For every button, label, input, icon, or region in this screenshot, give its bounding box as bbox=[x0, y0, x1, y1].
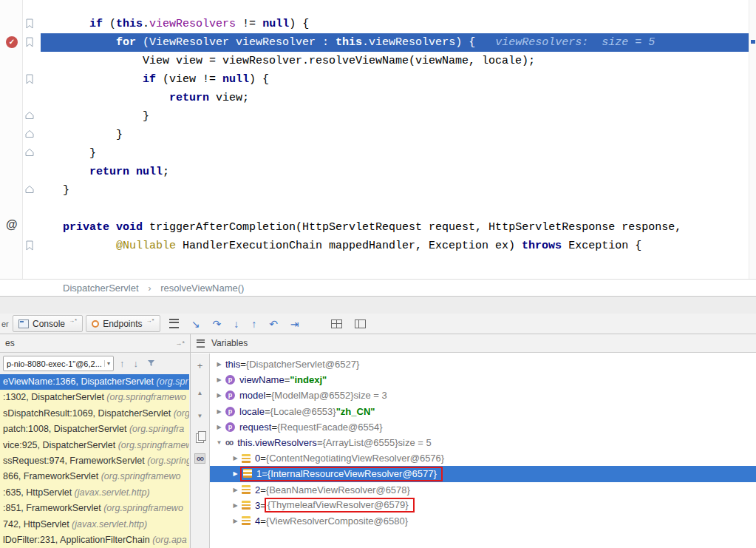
code-line[interactable]: } bbox=[41, 144, 749, 163]
code-line[interactable]: View view = viewResolver.resolveViewName… bbox=[41, 52, 749, 70]
code-lines[interactable]: if (this.viewResolvers != null) { for (V… bbox=[41, 15, 749, 255]
layout-columns-icon[interactable] bbox=[355, 319, 366, 328]
code-line[interactable]: if (this.viewResolvers != null) { bbox=[41, 15, 749, 33]
fold-marker-icon[interactable] bbox=[25, 111, 35, 121]
tab-console[interactable]: Console →* bbox=[13, 315, 83, 332]
code-token: . bbox=[143, 18, 149, 30]
up-the-stack-icon[interactable]: ↑ bbox=[120, 358, 125, 369]
stack-frame-item[interactable]: :1302, DispatcherServlet (org.springfram… bbox=[0, 390, 189, 405]
variables-tree[interactable]: ▶this = {DispatcherServlet@6527}▶pviewNa… bbox=[210, 354, 756, 548]
frame-package: (org.springframew bbox=[118, 440, 189, 450]
frames-panel: es →* p-nio-8080-exec-1"@6,2... ▾ ↑↓ eVi… bbox=[0, 334, 191, 548]
variable-row[interactable]: ▶3 = {ThymeleafViewResolver@6579} bbox=[210, 498, 756, 513]
chevron-right-icon[interactable]: ▶ bbox=[229, 487, 242, 493]
run-to-cursor-icon[interactable]: ⇥ bbox=[290, 314, 299, 334]
breadcrumb-method[interactable]: resolveViewName() bbox=[160, 283, 244, 294]
frame-location: ssRequest:974, FrameworkServlet bbox=[3, 456, 147, 466]
show-watches-icon[interactable]: oo bbox=[194, 453, 205, 464]
table-view-icon[interactable] bbox=[331, 319, 342, 328]
stack-frame-item[interactable]: :635, HttpServlet (javax.servlet.http) bbox=[0, 485, 189, 501]
chevron-right-icon[interactable]: ▶ bbox=[229, 502, 242, 509]
tab-endpoints[interactable]: Endpoints →* bbox=[86, 315, 160, 332]
execution-line[interactable]: for (ViewResolver viewResolver : this.vi… bbox=[41, 33, 749, 52]
fold-marker-icon[interactable] bbox=[25, 148, 35, 158]
stack-frame-item[interactable]: eViewName:1366, DispatcherServlet (org.s… bbox=[0, 374, 189, 390]
down-the-stack-icon[interactable]: ↓ bbox=[134, 358, 139, 369]
variable-row[interactable]: ▶1 = {InternalResourceViewResolver@6577} bbox=[210, 466, 756, 481]
stack-frame-item[interactable]: ssRequest:974, FrameworkServlet (org.spr… bbox=[0, 453, 189, 469]
code-line[interactable]: @Nullable HandlerExecutionChain mappedHa… bbox=[41, 237, 749, 255]
stack-frame-item[interactable]: 866, FrameworkServlet (org.springframewo bbox=[0, 469, 189, 484]
layout-settings-icon[interactable] bbox=[169, 319, 179, 328]
frames-panel-options-icon[interactable]: →* bbox=[175, 339, 185, 347]
chevron-right-icon[interactable]: ▶ bbox=[213, 392, 225, 399]
chevron-right-icon[interactable]: ▶ bbox=[213, 361, 225, 368]
variable-row[interactable]: ▶2 = {BeanNameViewResolver@6578} bbox=[210, 482, 756, 498]
stack-frame-item[interactable]: patch:1008, DispatcherServlet (org.sprin… bbox=[0, 422, 189, 437]
code-line[interactable]: return null; bbox=[41, 163, 749, 181]
variable-row[interactable]: ▶pviewName = "indexj" bbox=[210, 372, 756, 388]
code-line[interactable]: return view; bbox=[41, 89, 749, 107]
chevron-right-icon[interactable]: ▶ bbox=[213, 376, 225, 383]
bookmark-icon[interactable] bbox=[25, 240, 35, 251]
tab-endpoints-label: Endpoints bbox=[103, 319, 142, 329]
chevron-right-icon[interactable]: ▶ bbox=[229, 455, 242, 461]
hide-frames-filter-icon[interactable] bbox=[147, 358, 155, 369]
new-watch-icon[interactable]: + bbox=[197, 360, 203, 371]
bookmark-icon[interactable] bbox=[25, 37, 35, 47]
breadcrumb-class[interactable]: DispatcherServlet bbox=[63, 283, 139, 294]
chevron-right-icon[interactable]: ▶ bbox=[229, 518, 242, 524]
thread-dropdown[interactable]: p-nio-8080-exec-1"@6,2... ▾ bbox=[3, 356, 114, 371]
variable-row[interactable]: ▶plocale = {Locale@6553} "zh_CN" bbox=[210, 404, 756, 419]
scrollbar-execution-marker bbox=[751, 40, 755, 44]
step-out-icon[interactable]: ↑ bbox=[251, 314, 256, 334]
code-line[interactable]: } bbox=[41, 126, 749, 144]
stack-frame-item[interactable]: 742, HttpServlet (javax.servlet.http) bbox=[0, 517, 189, 532]
stack-frames-list[interactable]: eViewName:1366, DispatcherServlet (org.s… bbox=[0, 374, 189, 548]
variable-row[interactable]: ▶prequest = {RequestFacade@6554} bbox=[210, 419, 756, 435]
variable-row[interactable]: ▶pmodel = {ModelMap@6552} size = 3 bbox=[210, 388, 756, 403]
code-token: view; bbox=[209, 92, 249, 104]
step-into-icon[interactable]: ↓ bbox=[234, 314, 239, 334]
bookmark-icon[interactable] bbox=[25, 18, 35, 29]
show-execution-point-icon[interactable]: ↘ bbox=[191, 314, 200, 334]
parameter-icon: p bbox=[225, 407, 235, 416]
variable-name: 0 bbox=[255, 453, 260, 464]
code-line[interactable]: } bbox=[41, 107, 749, 126]
drop-frame-icon[interactable]: ↶ bbox=[269, 314, 278, 334]
step-over-icon[interactable]: ↷ bbox=[212, 314, 221, 334]
code-line[interactable]: if (view != null) { bbox=[41, 70, 749, 89]
fold-marker-icon[interactable] bbox=[25, 129, 35, 140]
variable-row[interactable]: ▼oothis.viewResolvers = {ArrayList@6555}… bbox=[210, 435, 756, 450]
stack-frame-item[interactable]: lDoFilter:231, ApplicationFilterChain (o… bbox=[0, 532, 189, 548]
code-token: viewResolvers: size = 5 bbox=[482, 36, 655, 49]
code-line[interactable]: private void triggerAfterCompletion(Http… bbox=[41, 218, 749, 237]
scroll-down-icon[interactable]: ▼ bbox=[197, 410, 203, 422]
copy-icon[interactable] bbox=[196, 433, 204, 443]
breakpoint-verified-icon[interactable]: ✓ bbox=[6, 36, 18, 48]
code-line[interactable]: } bbox=[41, 181, 749, 200]
frames-panel-header: es →* bbox=[0, 334, 190, 353]
chevron-right-icon[interactable]: ▶ bbox=[213, 424, 225, 430]
fold-marker-icon[interactable] bbox=[25, 185, 35, 195]
scroll-up-icon[interactable]: ▲ bbox=[197, 388, 203, 399]
stack-frame-item[interactable]: :851, FrameworkServlet (org.springframew… bbox=[0, 501, 189, 516]
chevron-down-icon[interactable]: ▼ bbox=[213, 439, 225, 446]
code-token: null bbox=[262, 18, 289, 30]
chevron-right-icon[interactable]: ▶ bbox=[213, 408, 225, 415]
variable-row[interactable]: ▶4 = {ViewResolverComposite@6580} bbox=[210, 513, 756, 529]
tab-debugger-truncated[interactable]: er bbox=[0, 319, 10, 328]
variable-row[interactable]: ▶0 = {ContentNegotiatingViewResolver@657… bbox=[210, 450, 756, 466]
threads-view-icon[interactable] bbox=[197, 339, 205, 347]
debug-window-splitter[interactable] bbox=[0, 296, 756, 314]
variable-row[interactable]: ▶this = {DispatcherServlet@6527} bbox=[210, 356, 756, 372]
code-line[interactable] bbox=[41, 200, 749, 218]
stack-frame-item[interactable]: vice:925, DispatcherServlet (org.springf… bbox=[0, 438, 189, 453]
variable-name: request bbox=[239, 422, 271, 433]
frame-location: patch:1008, DispatcherServlet bbox=[3, 424, 129, 434]
editor-scrollbar[interactable] bbox=[749, 0, 756, 279]
bookmark-icon[interactable] bbox=[25, 74, 35, 84]
variable-value: {BeanNameViewResolver@6578} bbox=[266, 484, 410, 495]
code-editor[interactable]: ✓ @ if (this.viewResolvers != null) { fo… bbox=[0, 0, 756, 279]
stack-frame-item[interactable]: sDispatchResult:1069, DispatcherServlet … bbox=[0, 406, 189, 422]
